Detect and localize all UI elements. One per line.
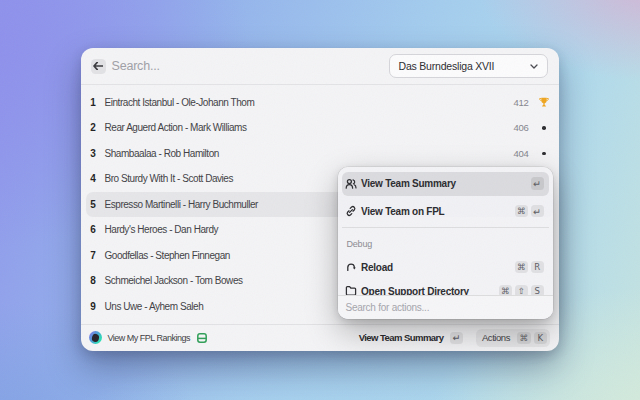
menu-section-debug: Debug <box>342 236 550 252</box>
actions-button-label: Actions <box>482 332 510 343</box>
shortcut-keys: ⌘ ↵ <box>515 205 545 218</box>
command-title: View My FPL Rankings <box>108 333 191 343</box>
row-team-name: Goodfellas - Stephen Finnegan <box>105 250 230 261</box>
menu-item-label: Reload <box>361 262 515 273</box>
action-panel: View Team Summary ↵ View Team on FPL ⌘ ↵… <box>338 167 554 320</box>
primary-action-label[interactable]: View Team Summary <box>359 332 444 343</box>
table-row[interactable]: 2Rear Aguerd Action - Mark Williams406 <box>81 115 559 141</box>
team-summary-icon <box>345 177 358 190</box>
row-rank: 4 <box>86 173 100 184</box>
action-search-input[interactable]: Search for actions... <box>338 295 554 320</box>
r-key-badge: R <box>531 261 545 274</box>
shortcut-keys: ⌘ ⇧ S <box>499 285 545 295</box>
table-row[interactable]: 3Shambaalaa - Rob Hamilton404 <box>81 141 559 167</box>
row-rank: 1 <box>86 97 100 108</box>
menu-item-label: Open Support Directory <box>361 286 499 295</box>
cmd-key-badge: ⌘ <box>499 285 513 295</box>
menu-item-reload[interactable]: Reload ⌘ R <box>342 255 550 279</box>
dot-icon <box>536 141 553 167</box>
cmd-key-badge: ⌘ <box>517 332 531 345</box>
row-content: 1Eintracht Istanbul - Ole-Johann Thom412 <box>81 90 559 116</box>
link-icon <box>345 205 358 218</box>
desktop: { "window": { "header": { "search_placeh… <box>0 0 640 400</box>
row-rank: 5 <box>86 199 100 210</box>
search-header: Search... Das Burndesliga XVII <box>81 48 559 85</box>
row-points: 412 <box>514 97 529 108</box>
row-rank: 3 <box>86 148 100 159</box>
menu-item-label: View Team Summary <box>361 178 531 189</box>
league-dropdown[interactable]: Das Burndesliga XVII <box>389 54 549 78</box>
row-rank: 6 <box>86 224 100 235</box>
row-rank: 2 <box>86 122 100 133</box>
trophy-icon <box>536 90 553 116</box>
action-panel-items: View Team Summary ↵ View Team on FPL ⌘ ↵… <box>342 172 550 295</box>
league-dropdown-value: Das Burndesliga XVII <box>399 60 531 72</box>
chevron-down-icon <box>530 64 538 69</box>
shortcut-keys: ⌘ R <box>515 261 545 274</box>
menu-item-open-support-directory[interactable]: Open Support Directory ⌘ ⇧ S <box>342 279 550 295</box>
row-rank: 8 <box>86 275 100 286</box>
cmd-key-badge: ⌘ <box>515 205 529 218</box>
row-points: 404 <box>514 148 529 159</box>
cmd-key-badge: ⌘ <box>515 261 529 274</box>
actions-button[interactable]: Actions ⌘ K <box>476 329 550 347</box>
reload-icon <box>345 261 358 274</box>
search-input[interactable]: Search... <box>112 48 160 84</box>
enter-key-badge: ↵ <box>450 332 464 345</box>
dot-icon <box>536 115 553 141</box>
row-team-name: Espresso Martinelli - Harry Buchmuller <box>105 199 259 210</box>
row-team-name: Bro Sturdy With It - Scott Davies <box>105 173 234 184</box>
row-team-name: Shambaalaa - Rob Hamilton <box>105 148 219 159</box>
folder-icon <box>345 285 358 295</box>
row-rank: 7 <box>86 250 100 261</box>
extension-icon <box>89 331 102 344</box>
row-team-name: Rear Aguerd Action - Mark Williams <box>105 122 247 133</box>
row-points: 406 <box>514 122 529 133</box>
enter-key-badge: ↵ <box>531 177 545 190</box>
row-team-name: Eintracht Istanbul - Ole-Johann Thom <box>105 97 255 108</box>
table-row[interactable]: 1Eintracht Istanbul - Ole-Johann Thom412 <box>81 90 559 116</box>
shift-key-badge: ⇧ <box>515 285 529 295</box>
enter-key-badge: ↵ <box>531 205 545 218</box>
menu-divider <box>342 227 550 228</box>
row-rank: 9 <box>86 301 100 312</box>
s-key-badge: S <box>531 285 545 295</box>
row-content: 2Rear Aguerd Action - Mark Williams406 <box>81 115 559 141</box>
back-button[interactable] <box>91 59 106 74</box>
row-content: 3Shambaalaa - Rob Hamilton404 <box>81 141 559 167</box>
k-key-badge: K <box>534 332 548 345</box>
list-view-icon <box>197 333 207 343</box>
footer-bar: View My FPL Rankings View Team Summary ↵… <box>81 324 559 352</box>
back-arrow-icon <box>93 62 103 70</box>
row-team-name: Schmeichel Jackson - Tom Bowes <box>105 275 243 286</box>
menu-item-view-team-on-fpl[interactable]: View Team on FPL ⌘ ↵ <box>342 199 550 223</box>
row-team-name: Uns Uwe - Ayhem Saleh <box>105 301 204 312</box>
menu-item-label: View Team on FPL <box>361 206 515 217</box>
menu-item-view-team-summary[interactable]: View Team Summary ↵ <box>342 172 550 196</box>
row-team-name: Hardy's Heroes - Dan Hardy <box>105 224 219 235</box>
shortcut-keys: ↵ <box>531 177 545 190</box>
